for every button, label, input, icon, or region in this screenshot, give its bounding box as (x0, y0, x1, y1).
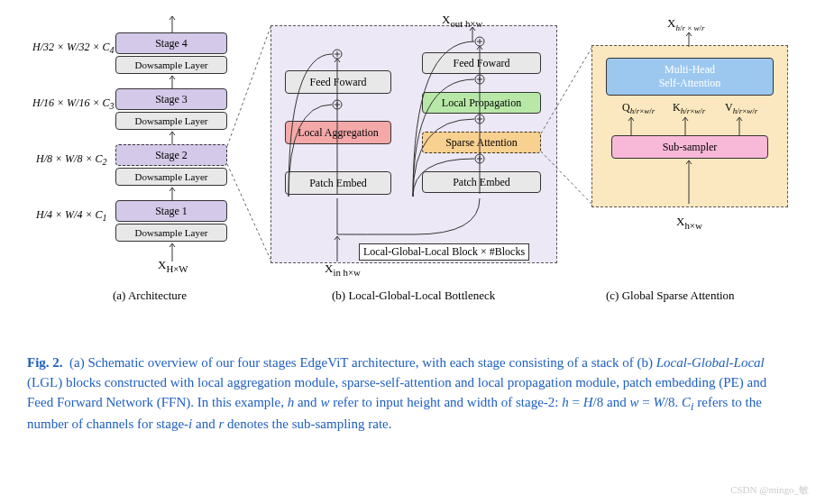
lgl-footer: Local-Global-Local Block × #Blocks (359, 243, 529, 261)
bottleneck-xin: Xin h×w (325, 261, 361, 278)
caption-num: Fig. 2. (27, 355, 63, 370)
dim-1: H/4 × W/4 × C1 (36, 208, 107, 223)
connect-bc (541, 45, 595, 207)
ds-3: Dowsample Layer (115, 112, 227, 130)
dim-3: H/16 × W/16 × C3 (32, 96, 115, 111)
stage-3: Stage 3 (115, 88, 227, 110)
connect-ab (227, 27, 272, 261)
bottleneck-label: (b) Local-Global-Local Bottleneck (332, 289, 495, 303)
arrow-attn-in (685, 159, 692, 204)
residual-arrows (280, 36, 550, 252)
k-label: Kh/r×w/r (673, 101, 705, 115)
q-label: Qh/r×w/r (622, 101, 655, 115)
stage-4: Stage 4 (115, 32, 227, 54)
arrow-12 (169, 186, 176, 200)
arch-xin: XH×W (158, 258, 188, 274)
dim-4: H/32 × W/32 × C4 (32, 41, 115, 55)
dim-2: H/8 × W/8 × C2 (36, 152, 107, 167)
arrow-34 (169, 74, 176, 88)
ds-1: Dowsample Layer (115, 224, 227, 242)
ds-4: Dowsample Layer (115, 56, 227, 74)
stage-2: Stage 2 (115, 144, 227, 166)
figure-caption: Fig. 2. (a) Schematic overview of our fo… (27, 353, 789, 434)
arch-label: (a) Architecture (113, 289, 187, 303)
ds-2: Dowsample Layer (115, 168, 227, 186)
qkv-arrows (613, 115, 766, 135)
mha: Multi-HeadSelf-Attention (606, 58, 774, 96)
attn-xin: Xh×w (676, 215, 702, 231)
attn-label: (c) Global Sparse Attention (606, 289, 735, 303)
figure-container: H/32 × W/32 × C4 H/16 × W/16 × C3 H/8 × … (0, 0, 816, 343)
xout: Xout h×w (442, 13, 482, 29)
watermark: CSDN @mingo_敏 (730, 483, 809, 497)
arrow-attn-out (685, 31, 692, 47)
v-label: Vh/r×w/r (725, 101, 757, 115)
stage-1: Stage 1 (115, 200, 227, 222)
sub-sampler: Sub-sampler (611, 135, 768, 159)
arrow-top (169, 13, 176, 32)
arrow-xin-b (334, 234, 341, 261)
attn-xout: Xh/r × w/r (667, 16, 705, 32)
arrow-23 (169, 130, 176, 144)
